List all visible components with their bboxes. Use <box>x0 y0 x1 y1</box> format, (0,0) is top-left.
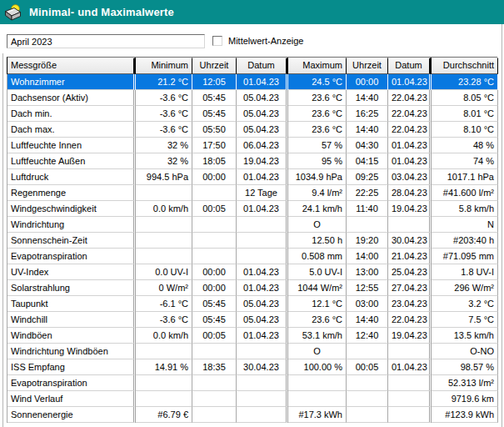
table-row[interactable]: Windrichtung WindböenOO-NO <box>7 344 497 359</box>
cell: 12.50 h <box>288 233 347 249</box>
cell: Taupunkt <box>7 296 136 312</box>
table-row[interactable]: Taupunkt-6.1 °C05:4505.04.2312.1 °C03:00… <box>7 296 497 312</box>
cell <box>237 217 288 233</box>
table-row[interactable]: Evapotranspiration52.313 l/m² <box>7 375 497 391</box>
cell: 9719.6 km <box>432 391 498 407</box>
table-row[interactable]: Evapotranspiration0.508 mm14:0021.04.23#… <box>7 249 497 264</box>
cell: 0.0 km/h <box>136 328 192 344</box>
cell <box>136 375 192 391</box>
column-header-minimum-1[interactable]: Minimum <box>136 58 192 74</box>
column-header-datum-3[interactable]: Datum <box>237 58 288 74</box>
cell: -3.6 °C <box>136 90 192 106</box>
table-row[interactable]: Sonnenschein-Zeit12.50 h19:2030.04.23#20… <box>7 233 497 249</box>
cell: Wohnzimmer <box>7 74 136 90</box>
column-header-uhrzeit-5[interactable]: Uhrzeit <box>347 58 388 74</box>
cell: -3.6 °C <box>136 106 192 122</box>
cell: 12:55 <box>347 280 388 296</box>
cell: 8.05 °C <box>432 90 498 106</box>
cell: 95 % <box>288 153 347 169</box>
cell: 05:45 <box>192 296 237 312</box>
cell: 9.4 l/m² <box>288 185 347 201</box>
cell: Windböen <box>7 328 136 344</box>
cell <box>237 407 288 423</box>
cell: 19.04.23 <box>388 201 432 217</box>
cell: 0.0 km/h <box>136 201 192 217</box>
table-row[interactable]: Sonnenenergie#6.79 €#17.3 kWh#123.9 kWh <box>7 407 497 423</box>
cell: 19:20 <box>347 233 388 249</box>
cell: 5.0 UV-I <box>288 264 347 280</box>
column-header-maximum-4[interactable]: Maximum <box>288 58 347 74</box>
column-header-datum-6[interactable]: Datum <box>388 58 432 74</box>
cell: #71.095 mm <box>432 249 498 264</box>
cell: 22.04.23 <box>388 106 432 122</box>
cell <box>388 217 432 233</box>
title-bar[interactable]: Minimal- und Maximalwerte <box>0 0 504 24</box>
table-row[interactable]: Wind Verlauf9719.6 km <box>7 391 497 407</box>
cell: UV-Index <box>7 264 136 280</box>
mittelwert-checkbox[interactable] <box>212 36 222 46</box>
cell <box>347 407 388 423</box>
table-row[interactable]: UV-Index0.0 UV-I00:0001.04.235.0 UV-I13:… <box>7 264 497 280</box>
cell: 19.04.23 <box>237 153 288 169</box>
cell: 11:40 <box>347 201 388 217</box>
cell: 100.00 % <box>288 359 347 375</box>
table-row[interactable]: Regenmenge12 Tage9.4 l/m²22:2528.04.23#4… <box>7 185 497 201</box>
cell: 16:25 <box>347 106 388 122</box>
cell <box>347 217 388 233</box>
table-row[interactable]: Dach min.-3.6 °C05:4505.04.2323.6 °C16:2… <box>7 106 497 122</box>
cell: 14:40 <box>347 90 388 106</box>
cell: #41.600 l/m² <box>432 185 498 201</box>
table-row[interactable]: Windböen0.0 km/h00:0501.04.2353.1 km/h12… <box>7 328 497 344</box>
column-header-messgr-e-0[interactable]: Messgröße <box>7 58 136 74</box>
cell: #123.9 kWh <box>432 407 498 423</box>
cell: 05.04.23 <box>237 122 288 138</box>
cell: 05:50 <box>192 122 237 138</box>
cell <box>388 375 432 391</box>
cell: 14:40 <box>347 122 388 138</box>
cell: 01.04.23 <box>237 201 288 217</box>
mittelwert-checkbox-label: Mittelwert-Anzeige <box>228 36 303 46</box>
cell <box>388 344 432 359</box>
cell: O-NO <box>432 344 498 359</box>
cell: 22.04.23 <box>388 90 432 106</box>
cell: 01.04.23 <box>388 359 432 375</box>
column-header-durchschnitt-7[interactable]: Durchschnitt <box>432 58 498 74</box>
table-row[interactable]: Solarstrahlung0 W/m²00:0001.04.231044 W/… <box>7 280 497 296</box>
cell: 01.04.23 <box>388 153 432 169</box>
cell: 03:00 <box>347 296 388 312</box>
cell <box>347 344 388 359</box>
app-window: Minimal- und Maximalwerte Mittelwert-Anz… <box>0 0 504 427</box>
table-row[interactable]: Luftfeuchte Außen32 %18:0519.04.2395 %04… <box>7 153 497 169</box>
cell: 296 W/m² <box>432 280 498 296</box>
cell <box>136 185 192 201</box>
table-row[interactable]: WindrichtungON <box>7 217 497 233</box>
cell: 01.04.23 <box>388 138 432 153</box>
table-row[interactable]: Luftdruck994.5 hPa00:0001.04.231034.9 hP… <box>7 169 497 185</box>
cell <box>192 249 237 264</box>
table-row[interactable]: Windgeschwindigkeit0.0 km/h00:0501.04.23… <box>7 201 497 217</box>
table-row[interactable]: Windchill-3.6 °C05:4505.04.2323.6 °C14:4… <box>7 312 497 328</box>
table-row[interactable]: Dach max.-3.6 °C05:5005.04.2323.6 °C14:4… <box>7 122 497 138</box>
cell: 23.6 °C <box>288 106 347 122</box>
cell <box>347 375 388 391</box>
cell <box>237 375 288 391</box>
cell: 24.5 °C <box>288 74 347 90</box>
cell: 48 % <box>432 138 498 153</box>
cell: 22:25 <box>347 185 388 201</box>
cell: 18:05 <box>192 153 237 169</box>
window-title: Minimal- und Maximalwerte <box>29 6 174 18</box>
cell: 23.28 °C <box>432 74 498 90</box>
table-row[interactable]: Dachsensor (Aktiv)-3.6 °C05:4505.04.2323… <box>7 90 497 106</box>
cell <box>388 391 432 407</box>
period-input[interactable] <box>7 34 205 48</box>
table-row[interactable]: Wohnzimmer21.2 °C12:0501.04.2324.5 °C00:… <box>7 74 497 90</box>
cell <box>136 249 192 264</box>
cell: 00:00 <box>192 169 237 185</box>
cell: 994.5 hPa <box>136 169 192 185</box>
cell: 13:00 <box>347 264 388 280</box>
table-row[interactable]: Luftfeuchte Innen32 %17:5006.04.2357 %04… <box>7 138 497 153</box>
table-row[interactable]: ISS Empfang14.91 %18:3530.04.23100.00 %0… <box>7 359 497 375</box>
cell: 04:30 <box>347 138 388 153</box>
cell <box>288 375 347 391</box>
column-header-uhrzeit-2[interactable]: Uhrzeit <box>192 58 237 74</box>
